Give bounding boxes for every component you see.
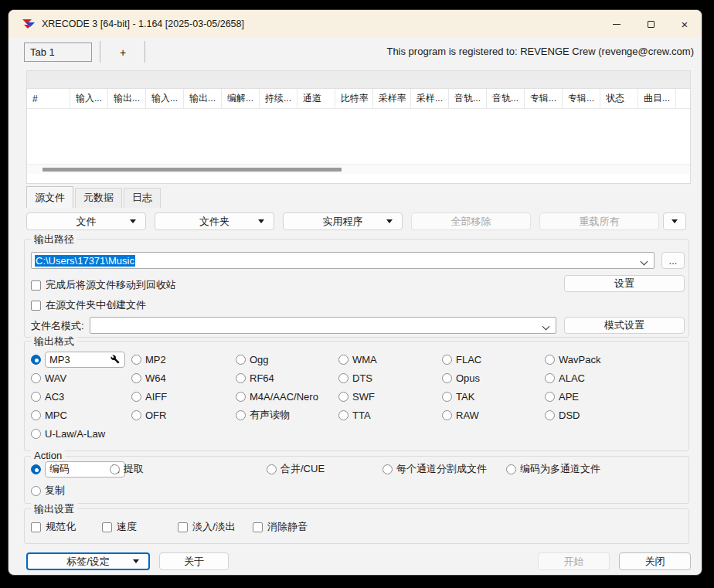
radio-icon — [31, 464, 41, 474]
radio-ALAC[interactable]: ALAC — [545, 370, 585, 386]
toolbar-button-3[interactable]: 实用程序 — [283, 212, 403, 230]
radio-label: RF64 — [250, 372, 274, 384]
radio-DSD[interactable]: DSD — [545, 407, 580, 423]
radio-RF64[interactable]: RF64 — [236, 370, 274, 386]
checkbox-速度[interactable]: 速度 — [102, 520, 137, 534]
tab-1[interactable]: Tab 1 — [24, 42, 92, 62]
radio-MP3[interactable]: MP3 — [31, 352, 125, 367]
settings-button[interactable]: 设置 — [564, 275, 685, 292]
column-header[interactable]: 输出... — [108, 89, 146, 108]
table-body[interactable] — [27, 109, 690, 164]
column-header[interactable]: 状态 — [600, 89, 638, 108]
output-settings-group: 输出设置 规范化速度淡入/淡出消除静音 — [24, 508, 689, 544]
add-tab-button[interactable]: + — [107, 42, 138, 62]
column-header[interactable]: 采样... — [411, 89, 449, 108]
radio-label: APE — [559, 391, 579, 403]
radio-icon — [110, 464, 120, 474]
radio-DTS[interactable]: DTS — [338, 370, 372, 386]
toolbar: 文件文件夹实用程序全部移除重载所有 — [26, 212, 688, 230]
column-header[interactable]: 专辑... — [563, 89, 600, 108]
column-header[interactable]: 编解... — [222, 89, 260, 108]
radio-合并/CUE[interactable]: 合并/CUE — [267, 461, 325, 477]
column-header[interactable]: 专辑... — [525, 89, 563, 108]
table-group-band — [27, 71, 690, 89]
radio-M4A/AAC/Nero[interactable]: M4A/AAC/Nero — [236, 389, 318, 404]
column-header[interactable]: 输出... — [184, 89, 222, 108]
radio-TAK[interactable]: TAK — [442, 389, 474, 404]
radio-FLAC[interactable]: FLAC — [442, 352, 481, 367]
column-header[interactable]: 通道 — [298, 89, 335, 108]
column-header[interactable]: 输入... — [146, 89, 184, 108]
view-tab-源文件[interactable]: 源文件 — [26, 186, 73, 208]
tags-settings-button[interactable]: 标签/设定 — [26, 552, 150, 570]
radio-WMA[interactable]: WMA — [338, 352, 377, 367]
recycle-checkbox[interactable]: 完成后将源文件移动到回收站 — [31, 278, 176, 292]
action-group: Action 编码提取合并/CUE每个通道分割成文件编码为多通道文件复制 — [24, 456, 689, 504]
column-header[interactable]: 音轨... — [449, 89, 487, 108]
radio-OFR[interactable]: OFR — [131, 407, 166, 423]
column-header[interactable]: 采样率 — [373, 89, 411, 108]
radio-APE[interactable]: APE — [545, 389, 579, 404]
column-header[interactable]: 输入... — [70, 89, 108, 108]
radio-W64[interactable]: W64 — [131, 370, 166, 386]
column-header[interactable]: 音轨... — [487, 89, 525, 108]
radio-AIFF[interactable]: AIFF — [131, 389, 167, 404]
radio-SWF[interactable]: SWF — [338, 389, 375, 404]
radio-WavPack[interactable]: WavPack — [545, 352, 600, 367]
filename-pattern-combobox[interactable] — [90, 317, 556, 334]
pattern-settings-button[interactable]: 模式设置 — [564, 317, 685, 334]
radio-MPC[interactable]: MPC — [31, 407, 67, 423]
radio-Opus[interactable]: Opus — [442, 370, 480, 386]
about-button[interactable]: 关于 — [159, 552, 229, 570]
source-folder-checkbox[interactable]: 在源文件夹中创建文件 — [31, 298, 146, 312]
checkbox-规范化[interactable]: 规范化 — [31, 520, 76, 534]
filename-pattern-label: 文件名模式: — [31, 319, 84, 333]
radio-WAV[interactable]: WAV — [31, 370, 66, 386]
toolbar-button-2[interactable]: 文件夹 — [155, 212, 274, 230]
checkbox-淡入/淡出[interactable]: 淡入/淡出 — [178, 520, 236, 534]
radio-label: TTA — [352, 410, 371, 421]
chevron-down-icon — [130, 219, 136, 223]
radio-label: WMA — [352, 354, 377, 365]
close-dialog-button[interactable]: 关闭 — [619, 552, 691, 570]
column-header[interactable]: 比特率 — [335, 89, 373, 108]
radio-每个通道分割成文件[interactable]: 每个通道分割成文件 — [382, 461, 487, 477]
radio-label: TAK — [456, 391, 474, 403]
toolbar-button-4: 全部移除 — [411, 212, 531, 230]
toolbar-button-label: 实用程序 — [323, 215, 363, 229]
radio-U-Law/A-Law[interactable]: U-Law/A-Law — [31, 426, 105, 441]
radio-Ogg[interactable]: Ogg — [236, 352, 269, 367]
radio-提取[interactable]: 提取 — [110, 461, 144, 477]
radio-icon — [338, 392, 348, 402]
scrollbar-thumb[interactable] — [42, 168, 342, 172]
radio-TTA[interactable]: TTA — [338, 407, 371, 423]
checkbox-消除静音[interactable]: 消除静音 — [253, 520, 308, 534]
close-button[interactable]: × — [668, 10, 702, 38]
output-path-combobox[interactable]: C:\Users\17371\Music — [31, 252, 654, 269]
tab-separator — [144, 41, 145, 63]
more-options-button[interactable] — [663, 212, 686, 230]
radio-MP2[interactable]: MP2 — [131, 352, 166, 367]
radio-编码为多通道文件[interactable]: 编码为多通道文件 — [506, 461, 600, 477]
column-header[interactable]: 持续... — [260, 89, 298, 108]
chevron-down-icon — [133, 559, 139, 563]
radio-复制[interactable]: 复制 — [31, 483, 65, 498]
radio-label: M4A/AAC/Nero — [250, 391, 318, 403]
browse-button[interactable]: ... — [661, 252, 685, 269]
horizontal-scrollbar[interactable] — [27, 164, 690, 174]
column-header[interactable]: 曲目... — [638, 89, 676, 108]
view-tab-元数据[interactable]: 元数据 — [75, 188, 122, 208]
output-format-group: 输出格式 MP3WAVAC3MPCU-Law/A-LawMP2W64AIFFOF… — [24, 341, 689, 451]
configurable-format-box[interactable]: MP3 — [45, 352, 125, 368]
column-header[interactable]: # — [27, 89, 70, 108]
minimize-button[interactable] — [600, 10, 634, 38]
radio-RAW[interactable]: RAW — [442, 407, 479, 423]
start-button[interactable]: 开始 — [538, 552, 610, 570]
radio-label: MP2 — [145, 354, 166, 365]
maximize-button[interactable] — [634, 10, 668, 38]
radio-AC3[interactable]: AC3 — [31, 389, 64, 404]
toolbar-button-label: 重载所有 — [580, 215, 620, 229]
radio-有声读物[interactable]: 有声读物 — [236, 407, 290, 423]
view-tab-日志[interactable]: 日志 — [124, 188, 161, 208]
toolbar-button-1[interactable]: 文件 — [26, 212, 146, 230]
